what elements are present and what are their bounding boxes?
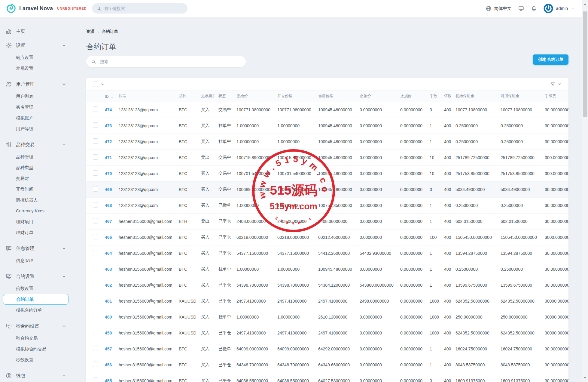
resource-search-input[interactable]	[99, 59, 241, 64]
sidebar-item[interactable]: 品种类型	[5, 162, 86, 173]
cell-multiplier: 400	[439, 181, 451, 197]
row-id-link[interactable]: 471	[105, 155, 112, 160]
theme-monitor-icon[interactable]	[518, 5, 524, 12]
row-id-link[interactable]: 455	[105, 378, 112, 382]
create-order-button[interactable]: 创建 合约订单	[533, 54, 568, 65]
nav-group-header[interactable]: 信息管理	[5, 245, 86, 252]
row-checkbox[interactable]	[93, 362, 98, 367]
row-id-link[interactable]: 462	[105, 283, 112, 288]
row-checkbox[interactable]	[93, 106, 98, 112]
sidebar-item[interactable]: 常规设置	[5, 63, 86, 74]
nav-group-header[interactable]: 主页	[5, 28, 86, 35]
sidebar-item[interactable]: 理财订单	[5, 227, 86, 238]
row-checkbox[interactable]	[93, 122, 98, 128]
sidebar-item[interactable]: 站点设置	[5, 52, 86, 63]
row-checkbox[interactable]	[93, 138, 98, 144]
row-id-link[interactable]: 473	[105, 123, 112, 128]
row-id-link[interactable]: 456	[105, 362, 112, 367]
global-search-input[interactable]	[104, 6, 184, 11]
resource-search[interactable]	[86, 56, 246, 67]
row-id-link[interactable]: 472	[105, 139, 112, 144]
cell-value: 400	[444, 283, 451, 288]
row-id-link[interactable]: 466	[105, 235, 112, 240]
cell-value: 10077.10800000	[455, 107, 487, 112]
cell-trade_type: 买入	[196, 341, 214, 357]
sidebar-item[interactable]: 调控机器人	[5, 195, 86, 205]
cell-account: heshen3156000@gmail.com	[114, 277, 174, 293]
sidebar-item[interactable]: 用户列表	[5, 91, 86, 102]
column-header-id[interactable]: ID	[100, 91, 114, 102]
sidebar-item[interactable]: 秒数设置	[5, 354, 86, 365]
row-checkbox[interactable]	[93, 346, 98, 351]
nav-group-label: 钱包	[16, 373, 25, 379]
row-id-link[interactable]: 474	[105, 107, 112, 112]
scrollbar-up-arrow-icon[interactable]	[583, 3, 586, 5]
select-all-checkbox[interactable]	[93, 82, 98, 87]
row-checkbox[interactable]	[93, 330, 98, 335]
filter-button[interactable]	[550, 82, 562, 87]
sidebar-item[interactable]: 秒合约交易	[5, 333, 86, 343]
scrollbar-down-arrow-icon[interactable]	[583, 377, 586, 379]
sidebar-item[interactable]: 实名管理	[5, 102, 86, 112]
row-checkbox[interactable]	[93, 154, 98, 160]
row-checkbox[interactable]	[93, 170, 98, 176]
user-menu[interactable]: admin	[543, 3, 575, 14]
nav-group-header[interactable]: 钱包	[5, 372, 86, 379]
column-header-label: 手数	[430, 94, 437, 98]
nav-group-header[interactable]: 秒合约设置	[5, 322, 86, 330]
nav-group-header[interactable]: 品种交易	[5, 141, 86, 148]
cell-value: heshen3156000@gmail.com	[119, 235, 172, 240]
sidebar-item[interactable]: Currency Kxes	[5, 205, 86, 216]
sidebar-item[interactable]: 品种管理	[5, 151, 86, 162]
row-id-link[interactable]: 463	[105, 267, 112, 272]
cell-value: ETH	[179, 219, 187, 224]
notifications-bell-icon[interactable]	[531, 5, 537, 12]
row-checkbox[interactable]	[93, 250, 98, 255]
chevron-down-icon	[571, 6, 575, 11]
row-id-link[interactable]: 460	[105, 315, 112, 319]
cell-value: 400	[444, 187, 451, 192]
row-id-link[interactable]: 458	[105, 331, 112, 335]
row-id-link[interactable]: 461	[105, 299, 112, 303]
sidebar-item[interactable]: 交易对	[5, 173, 86, 184]
sort-arrows-icon[interactable]	[111, 94, 114, 98]
row-id-link[interactable]: 457	[105, 347, 112, 351]
nav-group-header[interactable]: 设置	[5, 42, 86, 49]
sidebar-item[interactable]: 模拟账户	[5, 112, 86, 123]
global-search[interactable]	[92, 3, 187, 14]
sidebar-item[interactable]: 模拟秒合约交易	[5, 343, 86, 354]
sidebar-item[interactable]: 理财项目	[5, 216, 86, 227]
row-checkbox[interactable]	[93, 218, 98, 223]
cell-value: 251753.85000000	[501, 171, 535, 176]
row-id-link[interactable]: 469	[105, 187, 112, 192]
row-checkbox[interactable]	[93, 266, 98, 271]
select-all-chevron-icon[interactable]	[100, 82, 105, 87]
brand[interactable]: Laravel Nova UNREGISTERED	[0, 3, 87, 14]
row-checkbox[interactable]	[93, 377, 98, 382]
sidebar-item[interactable]: 信息管理	[5, 255, 86, 266]
cell-initial_margin: 251753.85000000	[451, 165, 496, 181]
row-checkbox[interactable]	[93, 282, 98, 287]
row-id-link[interactable]: 464	[105, 251, 112, 256]
scrollbar-thumb[interactable]	[583, 11, 587, 117]
sidebar-item[interactable]: 倍数设置	[5, 283, 86, 294]
nav-group-header[interactable]: 合约设置	[5, 273, 86, 280]
row-checkbox[interactable]	[93, 314, 98, 319]
row-checkbox[interactable]	[93, 186, 98, 192]
nav-group-header[interactable]: 用户管理	[5, 81, 86, 88]
row-id-link[interactable]: 467	[105, 219, 112, 224]
language-switcher[interactable]: 简体中文	[486, 5, 512, 12]
breadcrumb-resources[interactable]: 资源	[86, 29, 94, 34]
cell-value: 已平仓	[218, 235, 231, 239]
row-id-link[interactable]: 470	[105, 171, 112, 176]
sidebar-item[interactable]: 用户等级	[5, 123, 86, 134]
cell-id: 469	[100, 181, 114, 197]
row-checkbox[interactable]	[93, 298, 98, 303]
sidebar-item[interactable]: 合约订单	[3, 294, 69, 305]
sidebar-item[interactable]: 模拟合约订单	[5, 305, 86, 316]
sidebar-item[interactable]: 开盘时间	[5, 184, 86, 195]
row-checkbox[interactable]	[93, 202, 98, 208]
row-id-link[interactable]: 468	[105, 203, 112, 208]
cell-initial_margin: 602.01500000	[451, 213, 496, 229]
row-checkbox[interactable]	[93, 234, 98, 239]
